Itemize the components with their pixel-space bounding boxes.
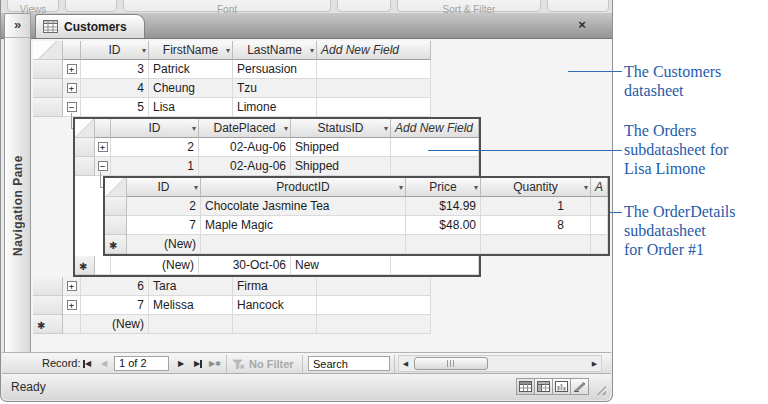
row-selector[interactable] — [105, 216, 127, 235]
dropdown-icon[interactable]: ▾ — [584, 179, 588, 197]
column-header-quantity[interactable]: Quantity▾ — [481, 178, 591, 197]
horizontal-scrollbar[interactable]: ◀ ▶ — [398, 355, 602, 372]
new-record-button[interactable]: ▶✱ — [207, 356, 223, 371]
cell-id[interactable]: 2 — [127, 197, 201, 216]
cell-id[interactable]: (New) — [127, 235, 201, 254]
cell-quantity[interactable]: 1 — [481, 197, 591, 216]
cell-add-new[interactable] — [391, 138, 479, 157]
next-record-button[interactable]: ▶ — [173, 356, 189, 371]
cell-add-new[interactable] — [391, 157, 479, 176]
resize-grip-icon[interactable] — [594, 383, 606, 395]
row-selector[interactable]: ✱ — [33, 315, 63, 334]
select-all-corner[interactable] — [33, 41, 63, 60]
cell-statusid[interactable]: Shipped — [291, 157, 391, 176]
cell-firstname[interactable]: Melissa — [149, 296, 233, 315]
no-filter-button[interactable]: No Filter — [232, 356, 294, 372]
scroll-right-icon[interactable]: ▶ — [588, 356, 601, 371]
cell-firstname[interactable]: Tara — [149, 277, 233, 296]
collapse-minus-icon[interactable]: − — [98, 161, 108, 171]
record-position-box[interactable]: 1 of 2 — [114, 356, 169, 371]
dropdown-icon[interactable]: ▾ — [384, 120, 388, 138]
collapse-minus-icon[interactable]: − — [67, 102, 77, 112]
cell-lastname[interactable]: Persuasion — [233, 60, 317, 79]
cell-price[interactable] — [406, 235, 481, 254]
cell-dateplaced[interactable]: 30-Oct-06 — [199, 256, 291, 275]
cell-add-new[interactable] — [391, 256, 479, 275]
cell-id[interactable]: (New) — [81, 315, 149, 334]
column-header-add-new-field[interactable]: A — [591, 178, 608, 197]
cell-lastname[interactable]: Limone — [233, 98, 317, 117]
pivottable-view-button[interactable] — [534, 378, 553, 395]
cell-quantity[interactable]: 8 — [481, 216, 591, 235]
cell-add-new[interactable] — [317, 60, 431, 79]
cell-add-new[interactable] — [591, 216, 608, 235]
cell-productid[interactable] — [201, 235, 406, 254]
cell-id[interactable]: 2 — [111, 138, 199, 157]
first-record-button[interactable]: ◀ — [79, 356, 95, 371]
cell-add-new[interactable] — [317, 315, 431, 334]
select-all-corner[interactable] — [75, 119, 95, 138]
datasheet-view-button[interactable] — [516, 378, 535, 395]
row-selector[interactable] — [33, 277, 63, 296]
cell-quantity[interactable] — [481, 235, 591, 254]
cell-price[interactable]: $14.99 — [406, 197, 481, 216]
cell-id[interactable]: 6 — [81, 277, 149, 296]
cell-productid[interactable]: Chocolate Jasmine Tea — [201, 197, 406, 216]
expand-plus-icon[interactable]: + — [98, 142, 108, 152]
cell-firstname[interactable]: Patrick — [149, 60, 233, 79]
last-record-button[interactable]: ▶ — [190, 356, 206, 371]
dropdown-icon[interactable]: ▾ — [284, 120, 288, 138]
cell-add-new[interactable] — [317, 277, 431, 296]
cell-id[interactable]: 1 — [111, 157, 199, 176]
cell-id[interactable]: 5 — [81, 98, 149, 117]
column-header-price[interactable]: Price▾ — [406, 178, 481, 197]
dropdown-icon[interactable]: ▾ — [194, 179, 198, 197]
expand-plus-icon[interactable]: + — [67, 83, 77, 93]
cell-firstname[interactable]: Lisa — [149, 98, 233, 117]
row-selector[interactable] — [75, 157, 95, 176]
tab-customers[interactable]: Customers — [35, 14, 145, 38]
select-all-corner[interactable] — [105, 178, 127, 197]
column-header-lastname[interactable]: LastName▾ — [233, 41, 317, 60]
dropdown-icon[interactable]: ▾ — [310, 42, 314, 60]
cell-firstname[interactable] — [149, 315, 233, 334]
cell-dateplaced[interactable]: 02-Aug-06 — [199, 157, 291, 176]
cell-add-new[interactable] — [591, 235, 608, 254]
row-selector[interactable] — [75, 138, 95, 157]
column-header-add-new-field[interactable]: Add New Field — [391, 119, 479, 138]
cell-id[interactable]: 4 — [81, 79, 149, 98]
column-header-statusid[interactable]: StatusID▾ — [291, 119, 391, 138]
cell-statusid[interactable]: New — [291, 256, 391, 275]
dropdown-icon[interactable]: ▾ — [226, 42, 230, 60]
pivotchart-view-button[interactable] — [552, 378, 571, 395]
dropdown-icon[interactable]: ▾ — [474, 179, 478, 197]
cell-id[interactable]: (New) — [111, 256, 199, 275]
cell-statusid[interactable]: Shipped — [291, 138, 391, 157]
row-selector[interactable]: ✱ — [105, 235, 127, 254]
column-header-dateplaced[interactable]: DatePlaced▾ — [199, 119, 291, 138]
expand-plus-icon[interactable]: + — [67, 64, 77, 74]
row-selector[interactable] — [33, 60, 63, 79]
cell-lastname[interactable] — [233, 315, 317, 334]
row-selector[interactable] — [33, 79, 63, 98]
row-selector[interactable] — [33, 296, 63, 315]
dropdown-icon[interactable]: ▾ — [192, 120, 196, 138]
cell-add-new[interactable] — [317, 98, 431, 117]
column-header-id[interactable]: ID▾ — [81, 41, 149, 60]
column-header-id[interactable]: ID▾ — [111, 119, 199, 138]
row-selector[interactable]: ✱ — [75, 256, 95, 275]
column-header-productid[interactable]: ProductID▾ — [201, 178, 406, 197]
close-tab-icon[interactable]: × — [574, 17, 590, 33]
cell-lastname[interactable]: Firma — [233, 277, 317, 296]
scrollbar-thumb[interactable] — [414, 357, 488, 370]
dropdown-icon[interactable]: ▾ — [399, 179, 403, 197]
expand-plus-icon[interactable]: + — [67, 300, 77, 310]
cell-id[interactable]: 3 — [81, 60, 149, 79]
row-selector[interactable] — [33, 98, 63, 117]
design-view-button[interactable] — [570, 378, 589, 395]
column-header-firstname[interactable]: FirstName▾ — [149, 41, 233, 60]
row-selector[interactable] — [105, 197, 127, 216]
expand-pane-icon[interactable]: » — [5, 14, 30, 38]
cell-dateplaced[interactable]: 02-Aug-06 — [199, 138, 291, 157]
scroll-left-icon[interactable]: ◀ — [399, 356, 412, 371]
